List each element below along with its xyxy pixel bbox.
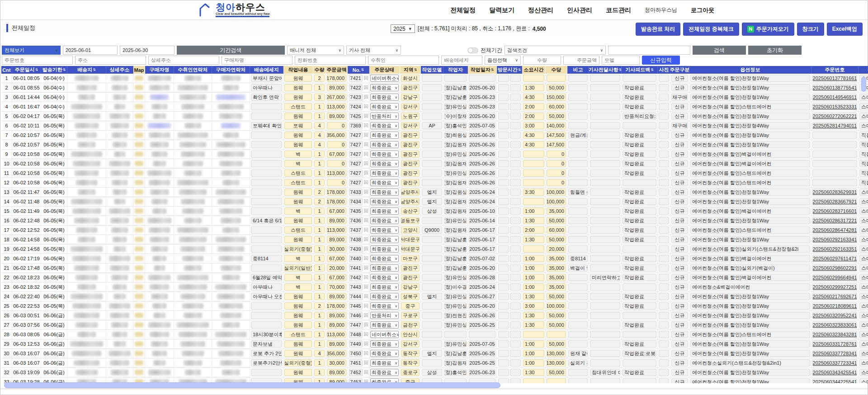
col-order-status-select[interactable]: 네이버취소∨ [369,330,400,339]
col-photo[interactable] [658,140,670,149]
col-duration[interactable]: 3:30 [522,188,546,197]
col-delivery-message[interactable] [250,169,283,178]
copy-icon[interactable]: 回 [364,331,368,338]
col-order-number-link[interactable]: 2025060217692671 [811,292,859,301]
col-region[interactable]: 동작구 [400,358,421,367]
col-option-info[interactable]: 에어컨청소(여름 할인)벽걸이에어컨 [689,207,811,216]
col-map-link[interactable] [133,207,145,216]
col-sales-channel[interactable]: 스마 [859,207,868,216]
col-order-number-link[interactable]: 2025060299664941 [811,273,859,282]
col-visit-time[interactable] [497,349,522,358]
header-order-datetime[interactable]: 주문일시⇅ [12,66,41,74]
col-visit-time[interactable] [497,83,522,92]
brand-logo[interactable]: 청아하우스 Clear and beautiful without any fl… [198,2,269,19]
col-order-status-select[interactable]: 최종완료∨ [369,339,400,348]
col-delivery-message[interactable]: 18시30분이후!! [250,330,283,339]
col-driver-instructions[interactable] [589,140,622,149]
col-work-type[interactable]: 원웨 [283,339,313,348]
header-work-no[interactable]: No.⇅ [348,66,369,74]
col-work-date[interactable]: 2025-06-23 [468,102,497,111]
col-sales-channel[interactable]: 스마 [859,235,868,244]
col-map-link[interactable] [133,159,145,168]
col-pay[interactable]: 100,000 [546,301,567,310]
col-photo[interactable] [658,207,670,216]
col-order-status-select[interactable]: 최종완료∨ [369,320,400,329]
col-work-model[interactable] [421,339,443,348]
copy-icon[interactable]: 回 [364,75,368,81]
col-quantity[interactable]: 1 [313,102,326,111]
col-work-date[interactable]: 2025-06-20 [468,83,497,92]
col-driver-instructions[interactable] [589,301,622,310]
col-work-type[interactable]: 원웨 [283,112,313,121]
copy-icon[interactable]: 回 [364,274,368,281]
col-pay[interactable]: 35,000 [546,207,567,216]
col-driver-feedback[interactable] [622,311,658,320]
col-driver-feedback[interactable]: 작업완료:로봇 : [622,349,658,358]
col-pay[interactable]: 130,000 [546,358,567,367]
col-map-link[interactable] [133,188,145,197]
col-order-number-link[interactable]: 2025060331728761 [811,339,859,348]
col-worker[interactable]: (정)유민상 [443,339,468,348]
col-quantity[interactable]: 3 [313,93,326,102]
col-order-status-select[interactable]: 반품처리∨ [369,311,400,320]
col-driver-feedback[interactable]: 작업완료 [622,207,658,216]
col-note[interactable] [567,226,589,235]
col-worker[interactable]: (정)김원재 [443,226,468,235]
col-order-amount[interactable]: 30,000 [326,245,348,254]
col-driver-instructions[interactable] [589,178,622,187]
col-work-date[interactable]: 2025-06-25 [468,349,497,358]
col-order-amount[interactable]: 267,000 [326,93,348,102]
col-pay[interactable]: 35,000 [546,282,567,292]
col-note[interactable] [567,377,589,383]
col-note[interactable] [567,311,589,320]
col-order-type[interactable]: 신규 [670,254,689,263]
col-driver-feedback[interactable]: 작업완료 [622,169,658,178]
col-work-model[interactable] [421,112,443,121]
col-work-date[interactable]: 2025-06-26 [468,311,497,320]
col-sales-channel[interactable]: 스마 [859,197,868,206]
col-visit-time[interactable] [497,150,522,159]
col-quantity[interactable]: 1 [313,226,326,235]
col-pay[interactable]: 60,000 [546,226,567,235]
col-quantity[interactable]: 1 [313,273,326,282]
col-order-status-select[interactable]: 최종완료∨ [369,121,400,130]
col-order-status-select[interactable]: 최종완료∨ [369,368,400,377]
col-work-model[interactable] [421,320,443,329]
col-quantity[interactable]: 1 [313,150,326,159]
col-work-date[interactable]: 2025-06-14 [468,216,497,225]
col-driver-instructions[interactable] [589,263,622,273]
col-driver-instructions[interactable] [589,83,622,92]
col-note[interactable] [567,245,589,254]
col-pay[interactable]: 50,000 [546,235,567,244]
col-note[interactable] [567,140,589,149]
col-pay[interactable]: 20,000 [546,245,567,254]
col-quantity[interactable]: 1 [313,292,326,301]
col-work-model[interactable]: 엘지 [421,349,443,358]
option-select[interactable]: 옵션선택∨ [485,56,521,65]
col-region[interactable]: 화성시 [400,74,421,83]
col-driver-feedback[interactable]: 작업완료 [622,273,658,282]
col-map-link[interactable] [133,178,145,187]
col-visit-time[interactable] [497,254,522,263]
copy-icon[interactable]: 回 [364,132,368,138]
col-option-info[interactable]: 에어컨청소(여름 할인)천정형1Way [689,83,811,92]
copy-icon[interactable]: 回 [364,227,368,233]
col-delivery-message[interactable]: 부재시 문앞에 ! [250,74,283,83]
col-worker[interactable]: (정)김원상 [443,188,468,197]
col-pay[interactable]: 60,000 [546,102,567,111]
col-quantity[interactable]: 2 [313,197,326,206]
col-order-status-select[interactable]: 최종완료∨ [369,102,400,111]
col-photo[interactable] [658,301,670,310]
col-order-amount[interactable]: 67,000 [326,207,348,216]
col-work-model[interactable] [421,93,443,102]
col-order-amount[interactable]: 89,000 [326,320,348,329]
copy-icon[interactable]: 回 [364,312,368,319]
col-region[interactable]: 안산시 [400,330,421,339]
col-driver-instructions[interactable] [589,349,622,358]
col-sales-channel[interactable]: 스마 [859,377,868,383]
col-delivery-message[interactable]: 확인후 연락 [250,93,283,102]
col-order-number-link[interactable]: 2025060283716601 [811,207,859,216]
col-driver-feedback[interactable] [622,74,658,83]
col-driver-feedback[interactable]: 작업완료 [622,235,658,244]
col-pay[interactable]: 50,000 [546,339,567,348]
